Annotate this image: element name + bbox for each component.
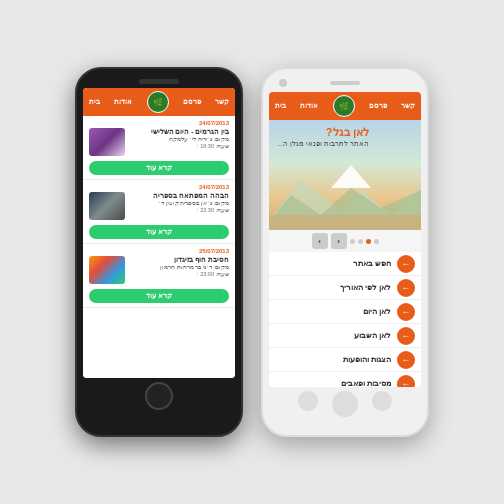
hero-section: לאן בגל? האתר לתרבות ופנאי מגלן ה... [269, 120, 421, 230]
event-thumb-3 [89, 256, 125, 284]
svg-marker-2 [331, 165, 371, 188]
menu-icon-today [397, 303, 415, 321]
svg-rect-3 [269, 215, 421, 230]
event-date-2: 24/07/2013 [89, 184, 229, 190]
mountain-svg [269, 160, 421, 230]
arrow-prev[interactable]: ‹ [312, 233, 328, 249]
event-sub-2: מקום: ג׳אן בספריה קוצין ד׳ [129, 200, 229, 207]
event-card-3: 25/07/2013 חסיבת חוף בזיגדון מקום: ד׳גי … [83, 244, 235, 308]
event-thumb-2 [89, 192, 125, 220]
event-card-1: 24/07/2013 בין הגרמים - היום השלישי מקום… [83, 116, 235, 180]
event-date-1: 24/07/2013 [89, 120, 229, 126]
bot-btn-left[interactable] [298, 391, 318, 411]
menu-item-today[interactable]: לאן היום [269, 300, 421, 324]
screen-dark: קשר פרסם 🌿 אודות בית 24/07/2013 בין הגרמ… [83, 88, 235, 378]
event-title-3: חסיבת חוף בזיגדון [129, 256, 229, 264]
event-info-2: הבהה המפתאח בספריה מקום: ג׳אן בספריה קוצ… [129, 192, 229, 214]
logo-dark[interactable]: 🌿 [147, 91, 169, 113]
event-time-3: שעה: 23:00 : [129, 271, 229, 278]
event-time-2: שעה: 22:30 : [129, 207, 229, 214]
speaker-light [330, 81, 360, 85]
menu-icon-location [397, 279, 415, 297]
phone-light: קשר פרסם 🌿 אודות בית לאן בגל? האתר לתרבו… [261, 67, 429, 437]
logo-light[interactable]: 🌿 [333, 95, 355, 117]
read-more-btn-3[interactable]: קרא עוד [89, 289, 229, 303]
phone-dark: קשר פרסם 🌿 אודות בית 24/07/2013 בין הגרמ… [75, 67, 243, 437]
scene: קשר פרסם 🌿 אודות בית 24/07/2013 בין הגרמ… [75, 67, 429, 437]
nav-odot[interactable]: אודות [114, 98, 132, 106]
event-sub-3: מקום: ד׳גי בר מרחות הרמון [129, 264, 229, 271]
event-info-3: חסיבת חוף בזיגדון מקום: ד׳גי בר מרחות הר… [129, 256, 229, 278]
bot-btn-home[interactable] [332, 391, 358, 417]
home-button-dark[interactable] [145, 382, 173, 410]
event-card-2: 24/07/2013 הבהה המפתאח בספריה מקום: ג׳אן… [83, 180, 235, 244]
menu-item-parties[interactable]: מסיבות ופאבים [269, 372, 421, 387]
event-title-2: הבהה המפתאח בספריה [129, 192, 229, 200]
event-time-1: שעה: 16:30 : [129, 143, 229, 150]
menu-label-today: לאן היום [363, 307, 391, 316]
nav-prsm-light[interactable]: פרסם [369, 102, 387, 110]
dot-1 [350, 239, 355, 244]
nav-byt-light[interactable]: בית [275, 102, 286, 110]
dot-4 [374, 239, 379, 244]
nav-qshr-light[interactable]: קשר [401, 102, 415, 110]
top-bar-light [269, 77, 421, 89]
speaker-dark [139, 79, 179, 84]
menu-item-shows[interactable]: הצגות והופעות [269, 348, 421, 372]
hero-subtitle: האתר לתרבות ופנאי מגלן ה... [277, 139, 369, 148]
event-thumb-1 [89, 128, 125, 156]
nav-prsm[interactable]: פרסם [183, 98, 201, 106]
nav-byt[interactable]: בית [89, 98, 100, 106]
bot-btn-right[interactable] [372, 391, 392, 411]
event-info-1: בין הגרמים - היום השלישי מקום: ג׳יריה לי… [129, 128, 229, 150]
read-more-btn-2[interactable]: קרא עוד [89, 225, 229, 239]
menu-item-search[interactable]: חפש באתר [269, 252, 421, 276]
nav-bar-light: קשר פרסם 🌿 אודות בית [269, 92, 421, 120]
dot-3 [366, 239, 371, 244]
menu-icon-parties [397, 375, 415, 388]
menu-label-week: לאן השבוע [354, 331, 391, 340]
bottom-buttons-light [269, 391, 421, 417]
event-title-1: בין הגרמים - היום השלישי [129, 128, 229, 136]
camera-light [279, 79, 287, 87]
menu-label-location: לאן לפי האוריך [340, 283, 391, 292]
menu-list: חפש באתר לאן לפי האוריך לאן היום לאן השב… [269, 252, 421, 387]
menu-item-week[interactable]: לאן השבוע [269, 324, 421, 348]
arrow-next[interactable]: › [331, 233, 347, 249]
menu-label-shows: הצגות והופעות [343, 355, 391, 364]
nav-odot-light[interactable]: אודות [300, 102, 318, 110]
carousel-nav: ‹ › [269, 230, 421, 252]
menu-label-search: חפש באתר [353, 259, 391, 268]
menu-icon-shows [397, 351, 415, 369]
menu-item-location[interactable]: לאן לפי האוריך [269, 276, 421, 300]
menu-label-parties: מסיבות ופאבים [341, 379, 391, 387]
events-content: 24/07/2013 בין הגרמים - היום השלישי מקום… [83, 116, 235, 378]
menu-icon-search [397, 255, 415, 273]
nav-bar-dark: קשר פרסם 🌿 אודות בית [83, 88, 235, 116]
dot-2 [358, 239, 363, 244]
menu-icon-week [397, 327, 415, 345]
nav-qshr[interactable]: קשר [215, 98, 229, 106]
event-sub-1: מקום: ג׳יריה לי׳ עלמקה [129, 136, 229, 143]
read-more-btn-1[interactable]: קרא עוד [89, 161, 229, 175]
hero-title: לאן בגל? [277, 126, 369, 139]
nav-arrows: ‹ › [312, 233, 347, 249]
hero-text: לאן בגל? האתר לתרבות ופנאי מגלן ה... [277, 126, 369, 148]
event-date-3: 25/07/2013 [89, 248, 229, 254]
screen-light: קשר פרסם 🌿 אודות בית לאן בגל? האתר לתרבו… [269, 92, 421, 387]
